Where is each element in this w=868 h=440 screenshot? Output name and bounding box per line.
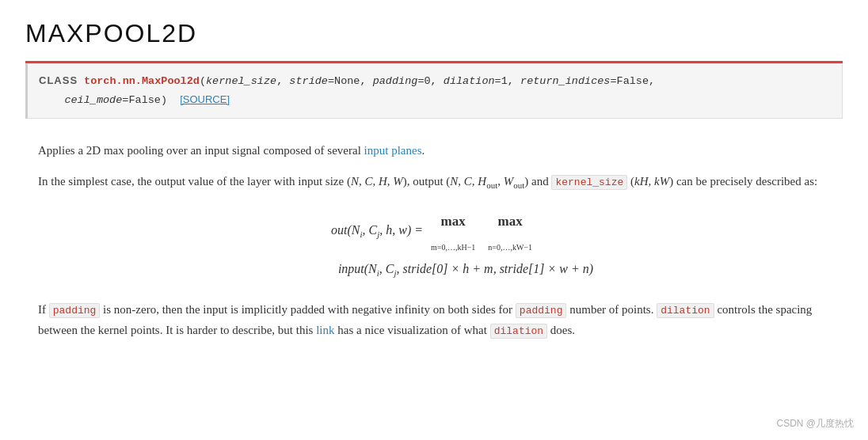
content-section: Applies a 2D max pooling over an input s… — [25, 135, 843, 340]
class-signature-box: CLASStorch.nn.MaxPool2d(kernel_size, str… — [25, 63, 843, 119]
dilation-link[interactable]: link — [316, 324, 334, 336]
watermark: CSDN @几度热忱 — [776, 417, 854, 431]
input-planes-link[interactable]: input planes — [364, 144, 422, 157]
page-title: MAXPOOL2D — [25, 19, 843, 48]
class-name: torch.nn.MaxPool2d — [84, 75, 200, 87]
description-para-1: Applies a 2D max pooling over an input s… — [38, 141, 830, 161]
description-para-3: If padding is non-zero, then the input i… — [38, 300, 830, 340]
kernel-size-code: kernel_size — [551, 175, 627, 190]
math-formula: out(Ni, Cj, h, w) = max m=0,…,kH−1 max n… — [38, 206, 830, 284]
dilation-code-2: dilation — [490, 324, 547, 339]
padding-code-2: padding — [516, 303, 567, 318]
dilation-code-1: dilation — [657, 303, 714, 318]
source-link[interactable]: [SOURCE] — [180, 93, 230, 105]
padding-code-1: padding — [49, 303, 101, 318]
description-para-2: In the simplest case, the output value o… — [38, 172, 830, 193]
class-label: CLASS — [39, 74, 78, 86]
